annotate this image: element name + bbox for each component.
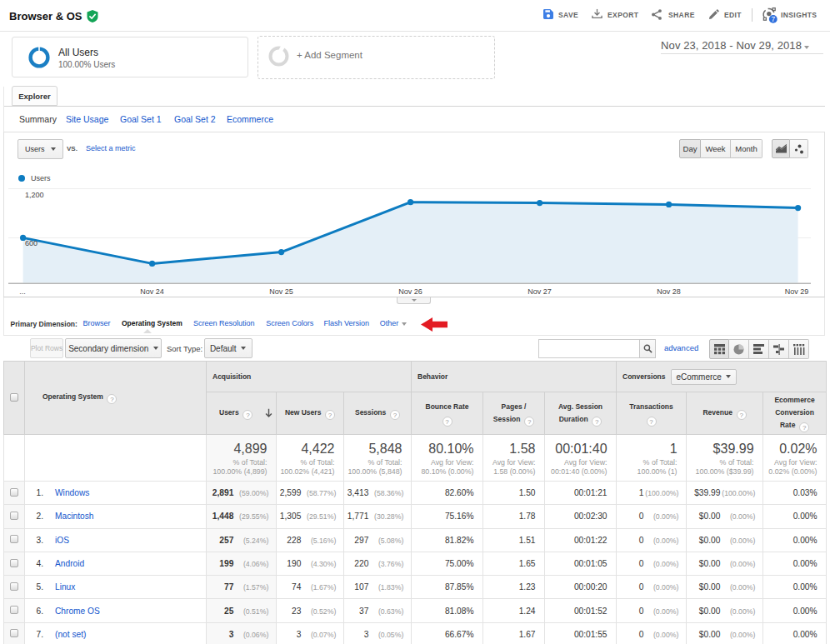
svg-text:Nov 29: Nov 29 (785, 287, 809, 296)
svg-text:Nov 28: Nov 28 (657, 287, 681, 296)
svg-text:Nov 24: Nov 24 (140, 287, 164, 296)
svg-text:1,200: 1,200 (25, 191, 44, 199)
svg-text:600: 600 (25, 239, 38, 247)
svg-text:Nov 27: Nov 27 (528, 287, 552, 296)
svg-text:Nov 25: Nov 25 (269, 287, 293, 296)
svg-text:...: ... (19, 287, 26, 296)
svg-text:7: 7 (771, 15, 775, 23)
svg-text:Nov 26: Nov 26 (398, 287, 422, 296)
